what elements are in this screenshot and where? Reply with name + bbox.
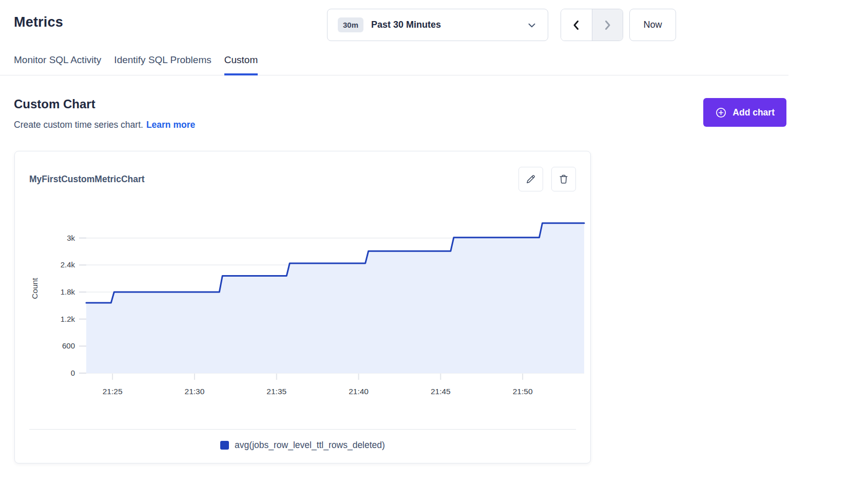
y-tick-label: 600	[62, 341, 75, 350]
learn-more-link[interactable]: Learn more	[146, 120, 195, 130]
chart-legend: avg(jobs_row_level_ttl_rows_deleted)	[29, 440, 576, 451]
custom-chart-card: MyFirstCustomMetricChart	[14, 151, 591, 463]
now-button[interactable]: Now	[629, 9, 676, 41]
time-range-dropdown[interactable]: 30m Past 30 Minutes	[327, 9, 548, 41]
tab-monitor-sql-activity[interactable]: Monitor SQL Activity	[14, 50, 101, 75]
custom-chart-section-header: Custom Chart Create custom time series c…	[0, 75, 786, 130]
legend-swatch	[220, 441, 229, 450]
y-tick-label: 3k	[67, 234, 75, 242]
pencil-icon	[525, 173, 536, 185]
custom-chart-plot: 06001.2k1.8k2.4k3k21:2521:3021:3521:4021…	[29, 204, 586, 396]
chart-card-header: MyFirstCustomMetricChart	[29, 167, 576, 191]
series-area-fill	[86, 223, 584, 373]
y-tick-label: 2.4k	[61, 260, 75, 269]
x-tick-label: 21:45	[431, 387, 451, 396]
y-tick-label: 1.2k	[61, 315, 75, 323]
section-subtitle-row: Create custom time series chart.Learn mo…	[14, 120, 195, 130]
page-header: Metrics 30m Past 30 Minutes Now	[0, 0, 847, 50]
time-nav-group	[561, 9, 623, 41]
tab-identify-sql-problems[interactable]: Identify SQL Problems	[114, 50, 211, 75]
tab-custom[interactable]: Custom	[224, 50, 258, 75]
legend-label: avg(jobs_row_level_ttl_rows_deleted)	[235, 440, 385, 451]
next-time-button[interactable]	[592, 9, 623, 41]
add-chart-button[interactable]: Add chart	[703, 98, 786, 127]
x-tick-label: 21:35	[266, 387, 286, 396]
y-tick-label: 0	[71, 369, 75, 377]
chart-area: 06001.2k1.8k2.4k3k21:2521:3021:3521:4021…	[29, 204, 576, 398]
section-title: Custom Chart	[14, 97, 195, 111]
metrics-page: Metrics 30m Past 30 Minutes Now Monitor …	[0, 0, 847, 504]
chevron-left-icon	[570, 18, 583, 32]
trash-icon	[558, 173, 569, 185]
card-divider	[29, 429, 576, 430]
y-axis-title: Count	[30, 278, 39, 299]
x-tick-label: 21:25	[103, 387, 123, 396]
chevron-right-icon	[601, 18, 613, 32]
add-chart-label: Add chart	[733, 107, 775, 118]
time-range-label: Past 30 Minutes	[371, 20, 526, 30]
delete-chart-button[interactable]	[551, 167, 576, 191]
section-text-block: Custom Chart Create custom time series c…	[14, 97, 195, 130]
chart-card-actions	[518, 167, 576, 191]
x-tick-label: 21:30	[185, 387, 205, 396]
tab-bar: Monitor SQL Activity Identify SQL Proble…	[0, 50, 788, 75]
page-title: Metrics	[14, 14, 63, 30]
plus-circle-icon	[715, 107, 727, 119]
time-range-badge: 30m	[338, 17, 363, 32]
x-tick-label: 21:40	[349, 387, 369, 396]
x-tick-label: 21:50	[513, 387, 533, 396]
y-tick-label: 1.8k	[61, 287, 75, 296]
section-subtitle: Create custom time series chart.	[14, 120, 143, 130]
edit-chart-button[interactable]	[518, 167, 543, 191]
chart-card-title: MyFirstCustomMetricChart	[29, 174, 145, 185]
prev-time-button[interactable]	[561, 9, 592, 41]
chevron-down-icon	[526, 20, 537, 31]
